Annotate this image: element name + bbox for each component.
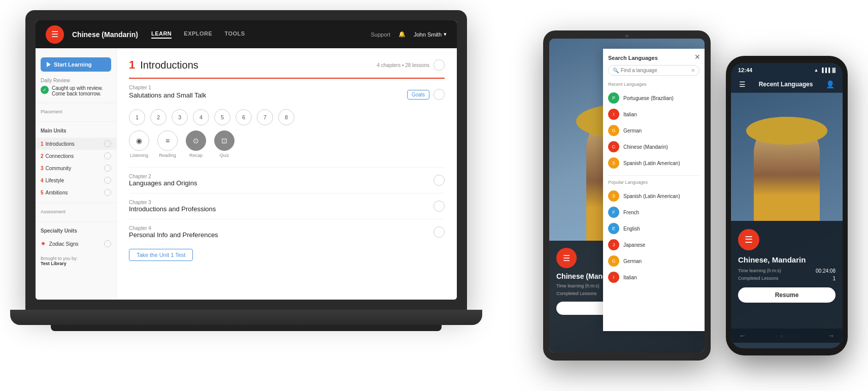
lesson-7[interactable]: 7: [257, 109, 273, 125]
lesson-8[interactable]: 8: [278, 109, 294, 125]
tablet-lang-icon: ☰: [556, 248, 577, 268]
reading-label: Reading: [159, 153, 176, 158]
lang-item-german-recent[interactable]: G German: [608, 122, 699, 139]
laptop: ☰ Chinese (Mandarin) LEARN EXPLORE TOOLS…: [25, 10, 467, 376]
lang-search-input[interactable]: [621, 68, 689, 73]
sidebar-item-connections[interactable]: 2Connections: [36, 150, 116, 162]
recent-langs-label: Recent Languages: [608, 82, 699, 87]
unit5-label: Ambitions: [46, 190, 68, 196]
french-name: French: [623, 210, 639, 215]
activity-recap[interactable]: ⊙ Recap: [186, 131, 206, 158]
spanish-dot-recent: S: [608, 157, 619, 169]
daily-review-content: ✓ Caught up with review. Come back tomor…: [41, 85, 111, 96]
chevron-down-icon: ▾: [444, 31, 447, 38]
lang-item-portuguese[interactable]: P Portuguese (Brazilian): [608, 90, 699, 106]
lang-item-chinese-recent[interactable]: C Chinese (Mandarin): [608, 139, 699, 155]
tablet-screen: ✕ Search Languages 🔍 ✕ Recent Languages …: [549, 39, 705, 352]
sidebar-item-lifestyle[interactable]: 4Lifestyle: [36, 174, 116, 186]
goals-button[interactable]: Goals: [407, 90, 429, 100]
laptop-outer: ☰ Chinese (Mandarin) LEARN EXPLORE TOOLS…: [25, 10, 467, 310]
lang-search-box[interactable]: 🔍 ✕: [608, 65, 699, 76]
support-link[interactable]: Support: [371, 31, 390, 38]
lesson-1[interactable]: 1: [129, 109, 145, 125]
italian-name: Italian: [623, 112, 637, 117]
unit4-num: 4: [41, 178, 44, 183]
footer-label: Brought to you by:: [41, 256, 78, 261]
lang-item-japanese[interactable]: J Japanese: [608, 237, 699, 253]
japanese-name: Japanese: [623, 242, 645, 248]
main-content: 1 Introductions 4 chapters • 28 lessons: [117, 48, 457, 300]
activity-reading[interactable]: ≡ Reading: [157, 131, 178, 158]
lang-item-spanish-recent[interactable]: S Spanish (Latin American): [608, 155, 699, 171]
bell-icon[interactable]: 🔔: [398, 31, 406, 38]
user-label: John Smith: [414, 31, 442, 38]
recap-icon-circle: ⊙: [186, 131, 206, 151]
lang-item-italian[interactable]: I Italian: [608, 106, 699, 122]
quiz-label: Quiz: [220, 153, 229, 158]
phone-hat: [746, 117, 827, 145]
nav-learn[interactable]: LEARN: [151, 30, 172, 39]
lesson-2[interactable]: 2: [150, 109, 166, 125]
lesson-circles: 1 2 3 4 5 6 7 8: [129, 109, 445, 125]
lesson-3[interactable]: 3: [172, 109, 188, 125]
german-popular-name: German: [623, 258, 642, 264]
lesson-5[interactable]: 5: [214, 109, 230, 125]
phone-header: 12:44 ▲ ▐▐▐ ▓: [731, 63, 843, 76]
sidebar-item-community[interactable]: 3Community: [36, 162, 116, 174]
unit2-circle: [104, 152, 111, 159]
unit-test-button[interactable]: Take the Unit 1 Test: [129, 249, 193, 261]
lang-item-english[interactable]: E English: [608, 220, 699, 237]
unit4-label: Lifestyle: [46, 178, 64, 183]
nav-tools[interactable]: TOOLS: [224, 30, 245, 39]
german-popular-dot: G: [608, 255, 619, 267]
phone-prev-button[interactable]: ←: [739, 332, 746, 340]
sidebar-divider-1: [36, 103, 116, 103]
phone-nav-title: Recent Languages: [759, 81, 813, 88]
specialty-star-icon: ✷: [41, 240, 46, 247]
lesson-4[interactable]: 4: [193, 109, 209, 125]
lang-panel-close-button[interactable]: ✕: [694, 53, 700, 61]
unit2-label: Connections: [46, 153, 74, 159]
activity-quiz[interactable]: ⊡ Quiz: [214, 131, 235, 158]
start-learning-button[interactable]: Start Learning: [41, 57, 111, 72]
chapter-1-circle: [433, 89, 445, 100]
nav-explore[interactable]: EXPLORE: [184, 30, 212, 39]
phone-profile-icon[interactable]: 👤: [826, 80, 834, 88]
phone-screen: 12:44 ▲ ▐▐▐ ▓ ☰ Recent Languages 👤: [731, 63, 843, 348]
chapter-4-row: Chapter 4 Personal Info and Preferences: [129, 219, 445, 245]
lang-item-spanish-popular[interactable]: S Spanish (Latin American): [608, 188, 699, 204]
laptop-base: [10, 310, 482, 325]
quiz-icon-circle: ⊡: [214, 131, 235, 151]
sidebar-item-ambitions[interactable]: 5Ambitions: [36, 186, 116, 199]
reading-icon-circle: ≡: [157, 131, 178, 151]
chapter-1: Chapter 1 Salutations and Small Talk Goa…: [129, 85, 445, 158]
phone-menu-icon[interactable]: ☰: [739, 80, 746, 88]
lang-item-german-popular[interactable]: G German: [608, 253, 699, 269]
sidebar-item-introductions[interactable]: 1Introductions: [36, 138, 116, 150]
user-menu[interactable]: John Smith ▾: [414, 31, 447, 38]
activity-listening[interactable]: ◉ Listening: [129, 131, 149, 158]
search-clear-icon[interactable]: ✕: [691, 68, 695, 73]
language-panel: ✕ Search Languages 🔍 ✕ Recent Languages …: [603, 49, 705, 331]
phone-resume-button[interactable]: Resume: [738, 287, 836, 303]
lang-item-italian-popular[interactable]: I Italian: [608, 269, 699, 285]
daily-review-text: Caught up with review. Come back tomorro…: [52, 85, 111, 96]
app-title: Chinese (Mandarin): [72, 30, 138, 39]
phone-time-value: 00:24:08: [816, 268, 836, 274]
chapter-1-label: Chapter 1: [129, 85, 206, 90]
lesson-6[interactable]: 6: [236, 109, 252, 125]
phone-next-button[interactable]: →: [827, 332, 834, 340]
unit-meta-text: 4 chapters • 28 lessons: [377, 62, 429, 68]
phone-outer: 12:44 ▲ ▐▐▐ ▓ ☰ Recent Languages 👤: [726, 56, 848, 355]
logo-icon: ☰: [51, 29, 58, 39]
unit1-num: 1: [41, 141, 44, 147]
lang-item-french[interactable]: F French: [608, 204, 699, 220]
unit5-num: 5: [41, 190, 44, 196]
sidebar-item-zodiac[interactable]: ✷ Zodiac Signs: [36, 238, 116, 250]
signal-icon: ▐▐▐: [820, 68, 830, 73]
chapter-3-row: Chapter 3 Introductions and Professions: [129, 193, 445, 219]
unit3-circle: [104, 165, 111, 172]
header-right: Support 🔔 John Smith ▾: [371, 31, 447, 38]
laptop-screen: ☰ Chinese (Mandarin) LEARN EXPLORE TOOLS…: [36, 20, 457, 300]
phone-lessons-stats: Completed Lessons 1: [738, 276, 836, 281]
